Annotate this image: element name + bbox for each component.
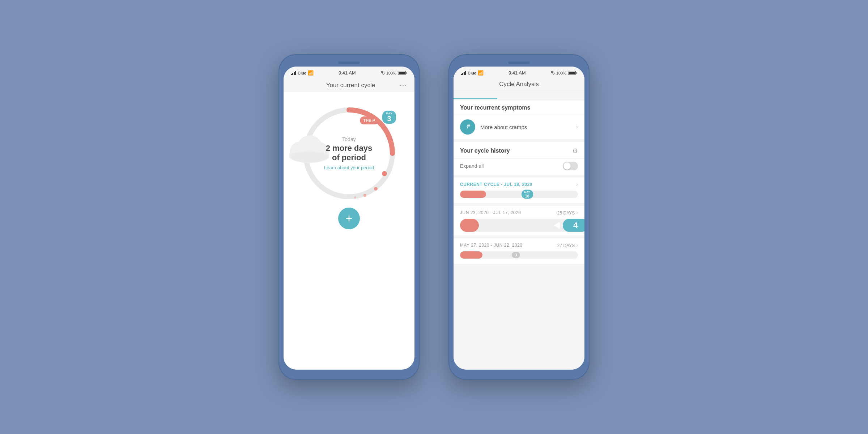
phone1-status-right: ⮷ 100% <box>381 71 407 75</box>
battery-indicator <box>398 71 407 75</box>
carrier-name: Clue <box>298 71 306 75</box>
cycle-ring: DAY 3 THE P Today 2 more daysof period L… <box>295 99 403 208</box>
jun23-number-badge: 4 <box>563 219 584 232</box>
current-cycle-header: CURRENT CYCLE - JUL 18, 2020 › <box>460 181 578 188</box>
svg-point-2 <box>374 187 378 191</box>
cycle-center-text: Today 2 more daysof period Learn about y… <box>324 136 374 170</box>
phone2-status-bar: Clue 📶 9:41 AM ⮷ 100% <box>454 67 584 77</box>
cramps-icon <box>460 119 475 135</box>
may27-cycle-entry[interactable]: MAY 27, 2020 - JUN 22, 2020 27 DAYS › 3 <box>454 238 584 264</box>
signal-bar-4 <box>295 71 296 75</box>
may27-chevron: › <box>576 242 578 248</box>
analysis-nav: Cycle Analysis <box>454 77 584 91</box>
cramps-chevron: › <box>576 124 578 130</box>
jun23-days: 25 DAYS › <box>557 209 578 216</box>
period-badge: THE P <box>360 116 379 124</box>
bar-tail <box>554 222 560 229</box>
battery-percent: 100% <box>386 71 396 75</box>
phone2-status-right: ⮷ 100% <box>551 71 577 75</box>
phone2-screen: Clue 📶 9:41 AM ⮷ 100% <box>454 67 584 370</box>
current-period-bar <box>460 191 486 198</box>
phone1-screen-content: DAY 3 THE P Today 2 more daysof period L… <box>284 92 414 370</box>
phone1-speaker <box>338 61 360 64</box>
analysis-screen: Cycle Analysis Your recurrent symptoms <box>454 77 584 370</box>
jun23-cycle-header: JUN 23, 2020 - JUL 17, 2020 25 DAYS › <box>460 209 578 216</box>
toggle-thumb <box>563 162 571 170</box>
phone1-status-left: Clue 📶 <box>291 70 314 76</box>
phone2-carrier: Clue <box>468 71 476 75</box>
wifi-icon: 📶 <box>308 70 314 76</box>
bluetooth-icon: ⮷ <box>381 71 385 75</box>
phone1-nav-header: Your current cycle ··· <box>284 77 414 92</box>
may27-cycle-header: MAY 27, 2020 - JUN 22, 2020 27 DAYS › <box>460 242 578 248</box>
current-cycle-label: CURRENT CYCLE - JUL 18, 2020 <box>460 182 532 187</box>
tab-3[interactable] <box>541 91 584 99</box>
expand-row: Expand all <box>454 158 584 175</box>
phone2-speaker <box>508 61 530 64</box>
phones-container: Clue 📶 9:41 AM ⮷ 100% <box>278 54 590 380</box>
add-entry-button[interactable] <box>338 208 360 229</box>
cycle-history-section: Your cycle history ⚙ Expand all <box>454 142 584 175</box>
tab-1[interactable] <box>454 91 497 99</box>
signal-bar-2 <box>292 73 293 75</box>
svg-point-4 <box>354 196 356 199</box>
svg-point-3 <box>363 194 366 197</box>
symptoms-section-header: Your recurrent symptoms <box>454 99 584 115</box>
history-title: Your cycle history <box>460 148 510 154</box>
symptoms-title: Your recurrent symptoms <box>460 105 530 111</box>
signal-bar-1 <box>461 74 462 75</box>
current-day-marker: Day 18 <box>522 190 533 199</box>
phone2-wifi-icon: 📶 <box>478 70 484 76</box>
signal-bar-1 <box>291 74 292 75</box>
svg-point-9 <box>289 152 329 162</box>
today-label: Today <box>324 136 374 142</box>
signal-bar-3 <box>294 72 295 75</box>
signal-bar-4 <box>465 71 466 75</box>
may27-label: MAY 27, 2020 - JUN 22, 2020 <box>460 243 522 248</box>
current-cycle-bar: Day 18 <box>460 191 578 198</box>
phone2-battery <box>568 71 577 75</box>
jun23-bar: 4 <box>460 219 578 232</box>
tab-bar <box>454 91 584 99</box>
phone1: Clue 📶 9:41 AM ⮷ 100% <box>278 54 420 380</box>
phone2-battery-percent: 100% <box>556 71 566 75</box>
phone1-screen: Clue 📶 9:41 AM ⮷ 100% <box>284 67 414 370</box>
signal-bars <box>291 71 296 75</box>
more-menu-button[interactable]: ··· <box>400 81 407 89</box>
jun23-chevron: › <box>576 209 578 216</box>
may27-mid-marker: 3 <box>512 252 520 258</box>
phone2-bluetooth-icon: ⮷ <box>551 71 555 75</box>
tab-2[interactable] <box>497 91 541 99</box>
cramps-label: More about cramps <box>480 124 576 130</box>
signal-bar-3 <box>464 72 465 75</box>
svg-point-1 <box>382 171 387 176</box>
current-cycle-entry[interactable]: CURRENT CYCLE - JUL 18, 2020 › Day 18 <box>454 178 584 203</box>
day-marker-number: 18 <box>525 193 529 198</box>
history-header: Your cycle history ⚙ <box>454 142 584 158</box>
may27-bar: 3 <box>460 251 578 259</box>
expand-toggle[interactable] <box>563 162 578 170</box>
jun23-label: JUN 23, 2020 - JUL 17, 2020 <box>460 210 521 215</box>
analysis-title: Cycle Analysis <box>499 81 539 88</box>
cramps-item[interactable]: More about cramps › <box>454 115 584 139</box>
day-marker-label: Day <box>524 191 530 194</box>
may27-days: 27 DAYS › <box>557 242 578 248</box>
jun23-period-bar <box>460 219 479 232</box>
svg-point-10 <box>468 124 470 127</box>
gear-icon[interactable]: ⚙ <box>572 147 578 155</box>
recurrent-symptoms-section: Your recurrent symptoms More about cramp… <box>454 99 584 139</box>
learn-link[interactable]: Learn about your period <box>324 165 374 170</box>
phone1-time: 9:41 AM <box>339 70 356 76</box>
phone1-nav-title: Your current cycle <box>326 82 375 89</box>
phone2-time: 9:41 AM <box>509 70 526 76</box>
cycle-main-text: 2 more daysof period <box>324 144 374 163</box>
phone2-signal-bars <box>461 71 466 75</box>
jun23-cycle-entry[interactable]: JUN 23, 2020 - JUL 17, 2020 25 DAYS › 4 <box>454 206 584 235</box>
day-badge-number: 3 <box>387 115 391 122</box>
day-badge: DAY 3 <box>382 111 396 124</box>
current-cycle-chevron: › <box>576 181 578 188</box>
signal-bar-2 <box>462 73 463 75</box>
phone2-status-left: Clue 📶 <box>461 70 484 76</box>
cycle-area: DAY 3 THE P Today 2 more daysof period L… <box>284 92 414 237</box>
may27-period-bar <box>460 251 482 259</box>
